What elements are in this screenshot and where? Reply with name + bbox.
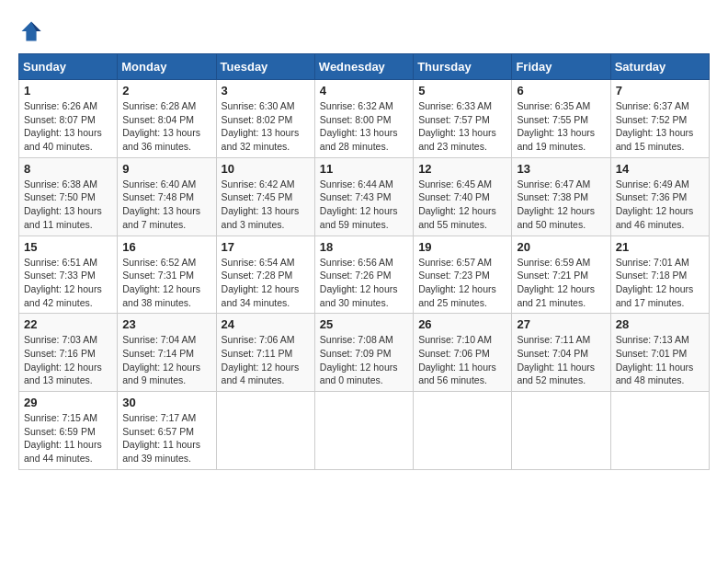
day-info: Sunrise: 6:59 AM Sunset: 7:21 PM Dayligh… xyxy=(517,256,605,310)
day-number: 26 xyxy=(418,317,506,331)
day-number: 13 xyxy=(517,162,605,176)
empty-cell xyxy=(610,392,709,470)
calendar: SundayMondayTuesdayWednesdayThursdayFrid… xyxy=(18,53,710,470)
day-info: Sunrise: 7:08 AM Sunset: 7:09 PM Dayligh… xyxy=(320,333,408,387)
day-info: Sunrise: 6:28 AM Sunset: 8:04 PM Dayligh… xyxy=(122,99,210,154)
day-cell-21: 21 Sunrise: 7:01 AM Sunset: 7:18 PM Dayl… xyxy=(610,236,709,314)
day-cell-2: 2 Sunrise: 6:28 AM Sunset: 8:04 PM Dayli… xyxy=(118,80,216,158)
day-info: Sunrise: 7:13 AM Sunset: 7:01 PM Dayligh… xyxy=(616,333,704,387)
calendar-week-2: 8 Sunrise: 6:38 AM Sunset: 7:50 PM Dayli… xyxy=(19,157,710,236)
day-cell-30: 30 Sunrise: 7:17 AM Sunset: 6:57 PM Dayl… xyxy=(118,392,216,470)
day-cell-28: 28 Sunrise: 7:13 AM Sunset: 7:01 PM Dayl… xyxy=(610,314,709,392)
day-number: 25 xyxy=(320,317,408,331)
day-cell-9: 9 Sunrise: 6:40 AM Sunset: 7:48 PM Dayli… xyxy=(118,157,216,236)
day-number: 21 xyxy=(616,240,704,254)
empty-cell xyxy=(512,392,610,470)
day-info: Sunrise: 7:06 AM Sunset: 7:11 PM Dayligh… xyxy=(222,333,310,387)
day-number: 24 xyxy=(222,317,310,331)
header xyxy=(18,18,710,44)
day-info: Sunrise: 6:35 AM Sunset: 7:55 PM Dayligh… xyxy=(517,99,605,154)
day-number: 5 xyxy=(418,84,506,98)
day-info: Sunrise: 7:03 AM Sunset: 7:16 PM Dayligh… xyxy=(24,333,112,387)
day-number: 19 xyxy=(418,240,506,254)
day-info: Sunrise: 7:15 AM Sunset: 6:59 PM Dayligh… xyxy=(24,411,112,465)
day-number: 2 xyxy=(122,84,210,98)
day-number: 9 xyxy=(122,162,210,176)
day-info: Sunrise: 7:04 AM Sunset: 7:14 PM Dayligh… xyxy=(122,333,210,387)
day-number: 10 xyxy=(222,162,310,176)
day-number: 15 xyxy=(24,240,112,254)
day-info: Sunrise: 6:40 AM Sunset: 7:48 PM Dayligh… xyxy=(122,178,210,232)
day-number: 28 xyxy=(616,317,704,331)
day-cell-18: 18 Sunrise: 6:56 AM Sunset: 7:26 PM Dayl… xyxy=(314,236,413,314)
logo-icon xyxy=(18,18,44,44)
day-number: 17 xyxy=(222,240,310,254)
calendar-week-4: 22 Sunrise: 7:03 AM Sunset: 7:16 PM Dayl… xyxy=(19,314,710,392)
col-header-friday: Friday xyxy=(512,54,610,80)
day-info: Sunrise: 6:33 AM Sunset: 7:57 PM Dayligh… xyxy=(418,99,506,154)
day-cell-13: 13 Sunrise: 6:47 AM Sunset: 7:38 PM Dayl… xyxy=(512,157,610,236)
day-cell-16: 16 Sunrise: 6:52 AM Sunset: 7:31 PM Dayl… xyxy=(118,236,216,314)
calendar-week-5: 29 Sunrise: 7:15 AM Sunset: 6:59 PM Dayl… xyxy=(19,392,710,470)
day-info: Sunrise: 6:51 AM Sunset: 7:33 PM Dayligh… xyxy=(24,256,112,310)
day-number: 14 xyxy=(616,162,704,176)
day-number: 20 xyxy=(517,240,605,254)
day-number: 3 xyxy=(222,84,310,98)
calendar-header-row: SundayMondayTuesdayWednesdayThursdayFrid… xyxy=(19,54,710,80)
day-info: Sunrise: 6:42 AM Sunset: 7:45 PM Dayligh… xyxy=(222,178,310,232)
col-header-sunday: Sunday xyxy=(19,54,118,80)
day-info: Sunrise: 6:56 AM Sunset: 7:26 PM Dayligh… xyxy=(320,256,408,310)
day-cell-23: 23 Sunrise: 7:04 AM Sunset: 7:14 PM Dayl… xyxy=(118,314,216,392)
day-cell-22: 22 Sunrise: 7:03 AM Sunset: 7:16 PM Dayl… xyxy=(19,314,118,392)
day-cell-26: 26 Sunrise: 7:10 AM Sunset: 7:06 PM Dayl… xyxy=(414,314,512,392)
day-info: Sunrise: 6:57 AM Sunset: 7:23 PM Dayligh… xyxy=(418,256,506,310)
col-header-wednesday: Wednesday xyxy=(314,54,413,80)
empty-cell xyxy=(216,392,314,470)
day-cell-19: 19 Sunrise: 6:57 AM Sunset: 7:23 PM Dayl… xyxy=(414,236,512,314)
day-number: 18 xyxy=(320,240,408,254)
day-number: 11 xyxy=(320,162,408,176)
day-info: Sunrise: 6:44 AM Sunset: 7:43 PM Dayligh… xyxy=(320,178,408,232)
day-info: Sunrise: 6:45 AM Sunset: 7:40 PM Dayligh… xyxy=(418,178,506,232)
day-info: Sunrise: 6:49 AM Sunset: 7:36 PM Dayligh… xyxy=(616,178,704,232)
day-info: Sunrise: 6:30 AM Sunset: 8:02 PM Dayligh… xyxy=(222,99,310,154)
day-cell-29: 29 Sunrise: 7:15 AM Sunset: 6:59 PM Dayl… xyxy=(19,392,118,470)
day-info: Sunrise: 7:10 AM Sunset: 7:06 PM Dayligh… xyxy=(418,333,506,387)
col-header-thursday: Thursday xyxy=(414,54,512,80)
day-info: Sunrise: 6:37 AM Sunset: 7:52 PM Dayligh… xyxy=(616,99,704,154)
day-cell-10: 10 Sunrise: 6:42 AM Sunset: 7:45 PM Dayl… xyxy=(216,157,314,236)
col-header-saturday: Saturday xyxy=(610,54,709,80)
day-info: Sunrise: 6:54 AM Sunset: 7:28 PM Dayligh… xyxy=(222,256,310,310)
calendar-week-1: 1 Sunrise: 6:26 AM Sunset: 8:07 PM Dayli… xyxy=(19,80,710,158)
day-info: Sunrise: 6:52 AM Sunset: 7:31 PM Dayligh… xyxy=(122,256,210,310)
day-number: 29 xyxy=(24,396,112,409)
day-cell-6: 6 Sunrise: 6:35 AM Sunset: 7:55 PM Dayli… xyxy=(512,80,610,158)
day-number: 8 xyxy=(24,162,112,176)
day-cell-12: 12 Sunrise: 6:45 AM Sunset: 7:40 PM Dayl… xyxy=(414,157,512,236)
day-cell-8: 8 Sunrise: 6:38 AM Sunset: 7:50 PM Dayli… xyxy=(19,157,118,236)
day-cell-4: 4 Sunrise: 6:32 AM Sunset: 8:00 PM Dayli… xyxy=(314,80,413,158)
day-info: Sunrise: 7:01 AM Sunset: 7:18 PM Dayligh… xyxy=(616,256,704,310)
col-header-monday: Monday xyxy=(118,54,216,80)
day-number: 12 xyxy=(418,162,506,176)
day-number: 16 xyxy=(122,240,210,254)
empty-cell xyxy=(314,392,413,470)
calendar-week-3: 15 Sunrise: 6:51 AM Sunset: 7:33 PM Dayl… xyxy=(19,236,710,314)
day-info: Sunrise: 7:17 AM Sunset: 6:57 PM Dayligh… xyxy=(122,411,210,465)
day-info: Sunrise: 6:47 AM Sunset: 7:38 PM Dayligh… xyxy=(517,178,605,232)
day-cell-25: 25 Sunrise: 7:08 AM Sunset: 7:09 PM Dayl… xyxy=(314,314,413,392)
day-number: 4 xyxy=(320,84,408,98)
day-info: Sunrise: 7:11 AM Sunset: 7:04 PM Dayligh… xyxy=(517,333,605,387)
day-number: 1 xyxy=(24,84,112,98)
day-info: Sunrise: 6:32 AM Sunset: 8:00 PM Dayligh… xyxy=(320,99,408,154)
day-cell-20: 20 Sunrise: 6:59 AM Sunset: 7:21 PM Dayl… xyxy=(512,236,610,314)
day-info: Sunrise: 6:38 AM Sunset: 7:50 PM Dayligh… xyxy=(24,178,112,232)
day-number: 22 xyxy=(24,317,112,331)
empty-cell xyxy=(414,392,512,470)
day-cell-7: 7 Sunrise: 6:37 AM Sunset: 7:52 PM Dayli… xyxy=(610,80,709,158)
day-number: 30 xyxy=(122,396,210,409)
day-cell-14: 14 Sunrise: 6:49 AM Sunset: 7:36 PM Dayl… xyxy=(610,157,709,236)
day-number: 7 xyxy=(616,84,704,98)
day-cell-27: 27 Sunrise: 7:11 AM Sunset: 7:04 PM Dayl… xyxy=(512,314,610,392)
day-number: 23 xyxy=(122,317,210,331)
